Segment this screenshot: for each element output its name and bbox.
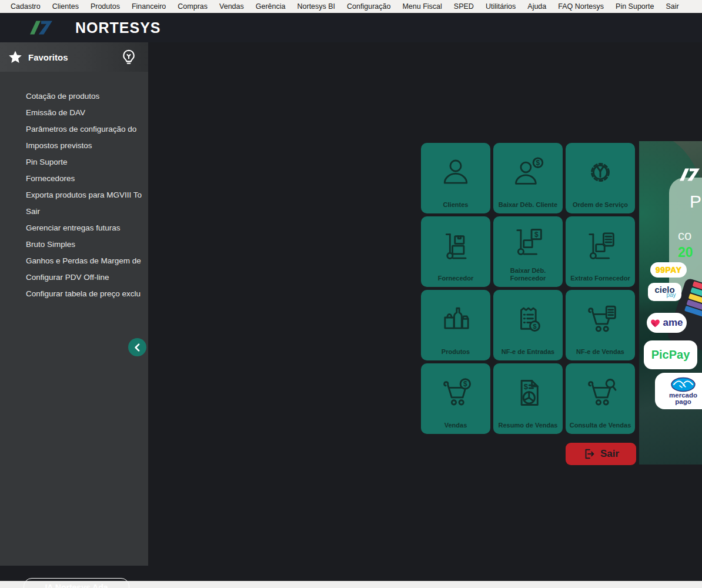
menubar-item-utilit-rios[interactable]: Utilitários xyxy=(480,0,522,13)
tips-button[interactable] xyxy=(120,48,138,66)
favorites-list: Cotação de produtosEmissão de DAVParâmet… xyxy=(0,72,148,302)
tile-label: Baixar Déb. Fornecedor xyxy=(493,267,563,282)
tile-label: NF-e de Vendas xyxy=(574,348,627,356)
favorites-item[interactable]: Pin Suporte xyxy=(0,154,148,171)
menubar-item-sped[interactable]: SPED xyxy=(448,0,480,13)
menubar-item-vendas[interactable]: Vendas xyxy=(213,0,250,13)
tile-label: NF-e de Entradas xyxy=(499,348,557,356)
cart-dollar-icon: $ xyxy=(421,363,490,422)
favorites-item[interactable]: Exporta produtos para MGVIII To xyxy=(0,187,148,203)
tile-nf-e-de-entradas[interactable]: $ NF-e de Entradas xyxy=(493,290,563,360)
menubar-item-clientes[interactable]: Clientes xyxy=(46,0,85,13)
favorites-item[interactable]: Impostos previstos xyxy=(0,138,148,154)
star-icon xyxy=(8,50,22,64)
favorites-item[interactable]: Gerenciar entregas futuras xyxy=(0,220,148,236)
svg-text:$: $ xyxy=(463,380,467,388)
person-dollar-icon: $ xyxy=(493,143,563,201)
ame-heart-icon xyxy=(650,319,660,328)
nortesys-logo-icon xyxy=(24,16,59,39)
menubar-item-configura-o[interactable]: Configuração xyxy=(341,0,396,13)
chevron-left-icon xyxy=(132,342,143,353)
favorites-item[interactable]: Bruto Simples xyxy=(0,236,148,253)
app-title: NORTESYS xyxy=(75,19,161,36)
svg-text:$: $ xyxy=(534,230,539,239)
tile-label: Extrato Fornecedor xyxy=(568,275,632,282)
favorites-item[interactable]: Sair xyxy=(0,203,148,220)
menubar-item-sair[interactable]: Sair xyxy=(660,0,684,13)
mercadopago-handshake-icon xyxy=(670,377,696,392)
favorites-item[interactable]: Fornecedores xyxy=(0,171,148,187)
app-header: NORTESYS xyxy=(0,13,702,42)
tile-label: Clientes xyxy=(441,201,471,209)
menubar-item-compras[interactable]: Compras xyxy=(172,0,213,13)
gear-wrench-icon xyxy=(566,143,635,201)
banner-nortesys-logo-icon xyxy=(669,165,702,185)
tile-clientes[interactable]: Clientes xyxy=(421,143,490,213)
tile-label: Resumo de Vendas xyxy=(496,422,560,429)
favorites-title: Favoritos xyxy=(28,52,120,62)
products-icon xyxy=(421,290,490,348)
tile-produtos[interactable]: Produtos xyxy=(421,290,490,360)
menubar-item-faq-nortesys[interactable]: FAQ Nortesys xyxy=(552,0,610,13)
favorites-sidebar: Favoritos Cotação de produtosEmissão de … xyxy=(0,42,148,566)
payment-logo-mp: mercadopago xyxy=(655,373,702,409)
tile-vendas[interactable]: $ Vendas xyxy=(421,363,490,434)
tile-label: Fornecedor xyxy=(436,275,476,282)
menubar-item-nortesys-bi[interactable]: Nortesys BI xyxy=(291,0,341,13)
sidebar-collapse-button[interactable] xyxy=(128,338,146,356)
person-icon xyxy=(421,143,490,201)
payment-logo-cielo: cielopay xyxy=(648,283,681,301)
menubar-item-produtos[interactable]: Produtos xyxy=(85,0,126,13)
favorites-item[interactable]: Emissão de DAV xyxy=(0,105,148,121)
banner-text-fragment: P xyxy=(690,192,701,212)
tile-baixar-d-b-cliente[interactable]: $ Baixar Déb. Cliente xyxy=(493,143,563,213)
tile-label: Baixar Déb. Cliente xyxy=(496,201,560,209)
menubar: CadastroClientesProdutosFinanceiroCompra… xyxy=(0,0,702,13)
promo-banner[interactable]: P co 20 99PAYcielopayamePicPaymercadopag… xyxy=(639,141,702,465)
tile-baixar-d-b-fornecedor[interactable]: $ Baixar Déb. Fornecedor xyxy=(493,216,563,287)
tile-label: Vendas xyxy=(442,422,470,429)
favorites-item[interactable]: Cotação de produtos xyxy=(0,88,148,105)
svg-text:$: $ xyxy=(533,322,537,329)
tile-label: Produtos xyxy=(439,348,472,356)
receipt-dollar-icon: $ xyxy=(493,290,563,348)
handtruck-dollar-icon: $ xyxy=(493,216,563,267)
exit-button-label: Sair xyxy=(600,448,619,460)
payment-logo-picpay: PicPay xyxy=(644,340,697,369)
logout-icon xyxy=(583,447,596,460)
favorites-item[interactable]: Configurar PDV Off-line xyxy=(0,269,148,286)
menubar-item-ger-ncia[interactable]: Gerência xyxy=(250,0,292,13)
payment-logo-ame: ame xyxy=(647,313,687,333)
tile-resumo-de-vendas[interactable]: $ Resumo de Vendas xyxy=(493,363,563,434)
tile-label: Consulta de Vendas xyxy=(567,422,634,429)
menubar-item-cadastro[interactable]: Cadastro xyxy=(5,0,46,13)
handtruck-icon xyxy=(421,216,490,275)
sales-report-icon: $ xyxy=(493,363,563,422)
menubar-item-pin-suporte[interactable]: Pin Suporte xyxy=(610,0,660,13)
tile-fornecedor[interactable]: Fornecedor xyxy=(421,216,490,287)
tile-label: Ordem de Serviço xyxy=(570,201,630,209)
ai-nortesys-ada-button[interactable]: IA Nortesys Ada xyxy=(24,578,129,588)
tile-nf-e-de-vendas[interactable]: NF-e de Vendas xyxy=(566,290,635,360)
banner-text-fragment: 20 xyxy=(678,245,693,260)
cart-search-icon xyxy=(566,363,635,422)
banner-text-fragment: co xyxy=(678,228,691,243)
tile-consulta-de-vendas[interactable]: Consulta de Vendas xyxy=(566,363,635,434)
menubar-item-financeiro[interactable]: Financeiro xyxy=(126,0,172,13)
tile-grid: Clientes $ Baixar Déb. Cliente Ordem de … xyxy=(421,143,635,434)
svg-text:$: $ xyxy=(536,158,540,166)
cart-list-icon xyxy=(566,290,635,348)
favorites-header: Favoritos xyxy=(0,42,148,72)
tile-ordem-de-servi-o[interactable]: Ordem de Serviço xyxy=(566,143,635,213)
tile-extrato-fornecedor[interactable]: Extrato Fornecedor xyxy=(566,216,635,287)
menubar-item-ajuda[interactable]: Ajuda xyxy=(522,0,552,13)
favorites-item[interactable]: Configurar tabela de preço exclu xyxy=(0,286,148,302)
svg-text:$: $ xyxy=(524,382,529,390)
handtruck-list-icon xyxy=(566,216,635,275)
menubar-item-menu-fiscal[interactable]: Menu Fiscal xyxy=(396,0,447,13)
favorites-item[interactable]: Ganhos e Perdas de Margem de xyxy=(0,253,148,269)
payment-logo-99pay: 99PAY xyxy=(650,262,687,278)
lightbulb-icon xyxy=(120,48,138,66)
favorites-item[interactable]: Parâmetros de configuração do xyxy=(0,121,148,138)
exit-button[interactable]: Sair xyxy=(566,443,636,465)
